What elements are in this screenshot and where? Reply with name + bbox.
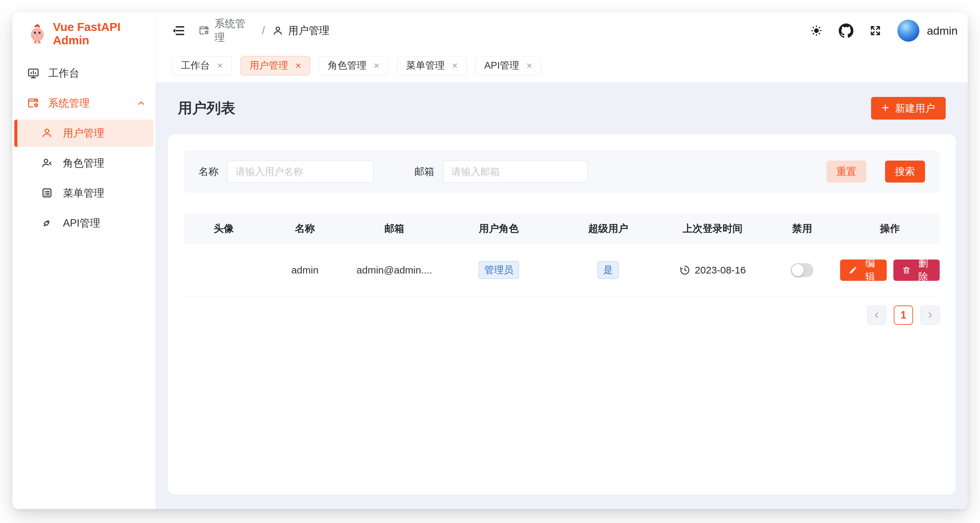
sidebar: Vue FastAPI Admin 工作台 bbox=[12, 12, 156, 509]
sidebar-menu: 工作台 系统管理 bbox=[12, 55, 156, 242]
sidebar-item-label: 菜单管理 bbox=[63, 186, 104, 200]
role-tag: 管理员 bbox=[479, 261, 519, 279]
username: admin bbox=[927, 24, 958, 37]
github-icon[interactable] bbox=[839, 23, 853, 38]
edit-button[interactable]: 编辑 bbox=[840, 259, 886, 281]
sidebar-item-user-management[interactable]: 用户管理 bbox=[14, 119, 154, 147]
tab-workbench[interactable]: 工作台 × bbox=[172, 56, 232, 75]
col-email: 邮箱 bbox=[347, 222, 443, 235]
email-filter-label: 邮箱 bbox=[414, 165, 434, 178]
theme-sun-icon[interactable] bbox=[810, 24, 823, 37]
search-button[interactable]: 搜索 bbox=[885, 161, 925, 183]
sidebar-item-label: 系统管理 bbox=[48, 96, 90, 110]
sidebar-item-label: 角色管理 bbox=[63, 156, 104, 170]
page-title: 用户列表 bbox=[178, 99, 235, 118]
clock-history-icon bbox=[679, 265, 690, 275]
sidebar-item-menu-management[interactable]: 菜单管理 bbox=[14, 180, 154, 207]
cell-actions: 编辑 删除 bbox=[840, 259, 940, 281]
page-header: 用户列表 + 新建用户 bbox=[168, 82, 956, 134]
tab-role-management[interactable]: 角色管理 × bbox=[319, 56, 388, 75]
sidebar-item-system[interactable]: 系统管理 bbox=[14, 90, 154, 117]
sidebar-item-label: API管理 bbox=[63, 216, 100, 230]
cell-last-login: 2023-08-16 bbox=[661, 264, 764, 276]
app-window: Vue FastAPI Admin 工作台 bbox=[12, 12, 968, 509]
pagination: 1 bbox=[184, 305, 940, 325]
top-bar: 系统管理 / 用户管理 bbox=[156, 12, 968, 49]
close-icon[interactable]: × bbox=[296, 60, 301, 71]
page-number-1[interactable]: 1 bbox=[894, 305, 913, 325]
user-icon bbox=[272, 25, 283, 36]
plus-icon: + bbox=[882, 101, 889, 114]
page-prev-button[interactable] bbox=[867, 305, 886, 325]
page-next-button[interactable] bbox=[920, 305, 940, 325]
app-logo[interactable]: Vue FastAPI Admin bbox=[12, 12, 156, 55]
close-icon[interactable]: × bbox=[217, 60, 223, 71]
menu-list-icon bbox=[41, 187, 54, 200]
content-area: 用户列表 + 新建用户 名称 邮箱 重置 搜索 bbox=[156, 82, 968, 509]
disabled-toggle[interactable] bbox=[791, 263, 813, 277]
trash-icon bbox=[902, 266, 911, 275]
reset-button[interactable]: 重置 bbox=[826, 161, 866, 183]
sidebar-item-workbench[interactable]: 工作台 bbox=[14, 60, 154, 87]
close-icon[interactable]: × bbox=[527, 60, 532, 71]
cell-superuser: 是 bbox=[555, 261, 661, 279]
workbench-icon bbox=[27, 67, 40, 79]
cell-disabled bbox=[764, 263, 840, 277]
user-icon bbox=[41, 127, 54, 140]
col-name: 名称 bbox=[264, 222, 347, 235]
sidebar-item-label: 工作台 bbox=[48, 66, 79, 80]
breadcrumb-item-user[interactable]: 用户管理 bbox=[272, 24, 331, 38]
system-settings-icon bbox=[199, 25, 210, 36]
tab-user-management[interactable]: 用户管理 × bbox=[240, 56, 310, 75]
sidebar-item-label: 用户管理 bbox=[63, 126, 104, 140]
sidebar-collapse-icon[interactable] bbox=[171, 24, 185, 38]
user-list-card: 名称 邮箱 重置 搜索 头像 名称 邮箱 用户角色 超级用户 上次登录时间 bbox=[168, 134, 956, 494]
user-menu[interactable]: admin bbox=[897, 20, 958, 41]
app-title: Vue FastAPI Admin bbox=[53, 20, 156, 47]
cell-email: admin@admin.... bbox=[347, 264, 443, 276]
table-row: admin admin@admin.... 管理员 是 bbox=[184, 243, 940, 297]
fullscreen-icon[interactable] bbox=[869, 25, 881, 37]
pencil-icon bbox=[849, 266, 858, 275]
close-icon[interactable]: × bbox=[452, 60, 458, 71]
col-last-login: 上次登录时间 bbox=[661, 222, 764, 235]
breadcrumb-separator: / bbox=[262, 25, 265, 37]
breadcrumb: 系统管理 / 用户管理 bbox=[199, 17, 331, 45]
tab-menu-management[interactable]: 菜单管理 × bbox=[397, 56, 467, 75]
new-user-button[interactable]: + 新建用户 bbox=[871, 97, 946, 119]
col-superuser: 超级用户 bbox=[555, 222, 661, 235]
tab-bar: 工作台 × 用户管理 × 角色管理 × 菜单管理 × API管理 × bbox=[156, 49, 968, 82]
system-settings-icon bbox=[27, 97, 40, 110]
cell-role: 管理员 bbox=[442, 261, 555, 279]
col-role: 用户角色 bbox=[442, 222, 555, 235]
col-avatar: 头像 bbox=[184, 222, 264, 235]
name-filter-input[interactable] bbox=[227, 161, 374, 183]
avatar bbox=[897, 20, 920, 41]
tab-api-management[interactable]: API管理 × bbox=[475, 56, 541, 75]
chick-icon bbox=[27, 23, 48, 44]
sidebar-item-api-management[interactable]: API管理 bbox=[14, 210, 154, 237]
header-actions: admin bbox=[810, 20, 958, 41]
delete-button[interactable]: 删除 bbox=[893, 259, 940, 281]
role-icon bbox=[41, 157, 54, 170]
breadcrumb-item-system[interactable]: 系统管理 bbox=[199, 17, 255, 45]
superuser-tag: 是 bbox=[598, 261, 619, 279]
name-filter-label: 名称 bbox=[199, 165, 218, 178]
filter-bar: 名称 邮箱 重置 搜索 bbox=[184, 150, 940, 193]
main-area: 系统管理 / 用户管理 bbox=[156, 12, 968, 509]
table-header-row: 头像 名称 邮箱 用户角色 超级用户 上次登录时间 禁用 操作 bbox=[184, 213, 940, 243]
email-filter-input[interactable] bbox=[443, 161, 588, 183]
sidebar-item-role-management[interactable]: 角色管理 bbox=[14, 149, 154, 177]
user-table: 头像 名称 邮箱 用户角色 超级用户 上次登录时间 禁用 操作 admin ad… bbox=[184, 213, 940, 297]
chevron-up-icon bbox=[136, 98, 146, 108]
close-icon[interactable]: × bbox=[374, 60, 379, 71]
cell-name: admin bbox=[264, 264, 347, 276]
api-plug-icon bbox=[41, 217, 54, 229]
col-disabled: 禁用 bbox=[764, 222, 840, 235]
col-actions: 操作 bbox=[840, 222, 940, 235]
